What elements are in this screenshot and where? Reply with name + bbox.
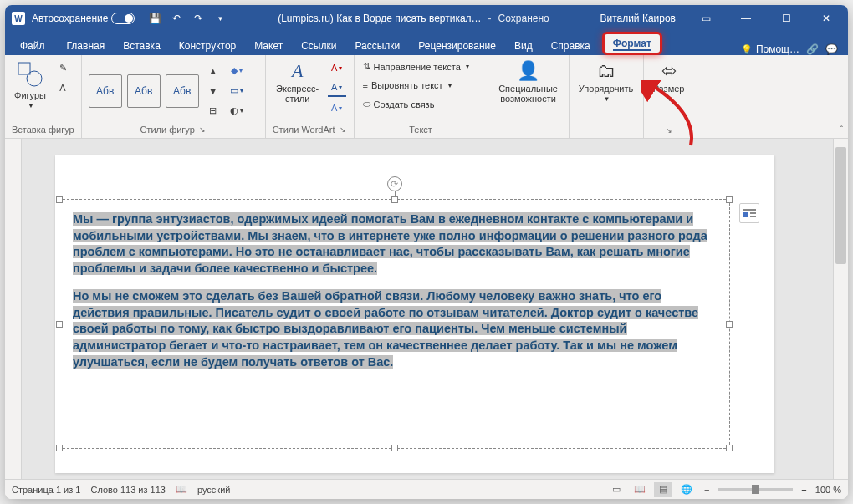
undo-icon[interactable]: ↶ [170,12,183,25]
text-fill-button[interactable]: A▾ [328,59,346,77]
comments-button[interactable]: 💬 [825,43,838,55]
size-button[interactable]: ⬄Размер▼ [651,59,687,104]
shape-style-scroll-up[interactable]: ▲ [204,62,222,80]
link-icon: ⬭ [363,99,370,109]
page-count[interactable]: Страница 1 из 1 [12,485,80,495]
text-outline-button[interactable]: A▾ [328,79,346,97]
rotate-handle-icon[interactable]: ⟳ [387,176,402,191]
shape-outline-button[interactable]: ▭▾ [227,82,246,100]
user-name[interactable]: Виталий Каиров [600,13,676,24]
zoom-out-button[interactable]: − [701,485,713,495]
svg-rect-5 [750,216,756,217]
focus-mode-button[interactable]: ▭ [607,482,626,497]
align-text-button[interactable]: ≡Выровнять текст▾ [361,78,471,93]
text-content[interactable]: Мы — группа энтузиастов, одержимых идеей… [59,200,729,394]
tab-view[interactable]: Вид [506,35,541,55]
text-effects-button[interactable]: A▾ [328,99,346,117]
resize-handle[interactable] [726,196,733,203]
shape-fill-button[interactable]: ◆▾ [227,62,246,80]
paragraph-2: Но мы не сможем это сделать без Вашей об… [73,289,698,368]
zoom-in-button[interactable]: + [798,485,810,495]
tab-references[interactable]: Ссылки [293,35,345,55]
create-link-button[interactable]: ⬭Создать связь [361,96,471,112]
scrollbar-thumb[interactable] [835,147,846,264]
toggle-switch-icon [111,13,135,24]
redo-icon[interactable]: ↷ [192,12,205,25]
vertical-ruler[interactable] [5,139,22,479]
resize-handle[interactable] [391,445,398,451]
ribbon-tabs: Файл Главная Вставка Конструктор Макет С… [5,32,848,55]
resize-handle[interactable] [56,445,63,451]
resize-handle[interactable] [726,445,733,451]
zoom-level[interactable]: 100 % [815,485,841,495]
arrange-icon: 🗂 [597,60,615,82]
shapes-icon [16,60,44,89]
accessibility-icon: 👤 [517,60,539,82]
tab-format[interactable]: Формат [602,32,662,55]
web-layout-button[interactable]: 🌐 [677,482,696,497]
align-text-icon: ≡ [363,80,368,90]
svg-rect-0 [18,63,30,74]
spell-check-icon[interactable]: 📖 [176,484,187,495]
shape-style-more[interactable]: ⊟ [204,102,222,120]
shape-style-preset-1[interactable]: Абв [89,74,122,108]
ribbon-display-icon[interactable]: ▭ [687,5,724,32]
edit-shape-button[interactable]: ✎ [54,59,72,77]
resize-handle[interactable] [56,321,63,328]
tab-file[interactable]: Файл [8,35,57,55]
chevron-down-icon: ▼ [28,102,34,109]
tab-layout[interactable]: Макет [246,35,291,55]
read-mode-button[interactable]: 📖 [631,482,649,497]
page[interactable]: ⟳ Мы — группа энтузиастов, одержимых иде… [55,155,774,473]
autosave-label: Автосохранение [32,13,108,24]
resize-handle[interactable] [726,321,733,328]
tab-review[interactable]: Рецензирование [410,35,504,55]
tab-insert[interactable]: Вставка [115,35,169,55]
quick-styles-button[interactable]: A Экспресс-стили [273,59,323,105]
zoom-slider[interactable] [718,488,793,491]
vertical-scrollbar[interactable] [833,139,848,479]
dialog-launcher-shape-styles[interactable]: ↘ [198,125,207,134]
maximize-button[interactable]: ☐ [768,5,804,32]
autosave-toggle[interactable]: Автосохранение [32,13,135,24]
language-status[interactable]: русский [197,485,230,495]
group-insert-shapes: Вставка фигур [12,123,74,135]
close-button[interactable]: ✕ [808,5,845,32]
text-direction-icon: ⇅ [363,61,370,72]
tab-design[interactable]: Конструктор [171,35,244,55]
dialog-launcher-wordart[interactable]: ↘ [339,125,347,134]
tab-mailings[interactable]: Рассылки [346,35,408,55]
dialog-launcher-size[interactable]: ↘ [665,126,673,135]
document-area: ⟳ Мы — группа энтузиастов, одержимых иде… [5,139,848,479]
draw-textbox-button[interactable]: A [54,79,72,97]
shape-effects-button[interactable]: ◐▾ [227,102,246,120]
group-wordart-styles: Стили WordArt [273,125,335,135]
layout-options-button[interactable] [739,203,759,223]
arrange-button[interactable]: 🗂Упорядочить▼ [576,59,636,104]
share-button[interactable]: 🔗 [806,43,819,55]
save-icon[interactable]: 💾 [148,12,161,25]
resize-handle[interactable] [391,196,398,203]
accessibility-button[interactable]: 👤Специальные возможности [495,59,562,105]
qat-dropdown-icon[interactable]: ▼ [213,12,227,25]
group-text: Текст [361,123,481,135]
shapes-gallery-button[interactable]: Фигуры ▼ [12,59,49,111]
status-bar: Страница 1 из 1 Слово 113 из 113 📖 русск… [5,479,848,499]
svg-point-1 [27,71,42,86]
shape-style-preset-2[interactable]: Абв [127,74,161,108]
minimize-button[interactable]: — [728,5,764,32]
shape-style-scroll-down[interactable]: ▼ [204,82,222,100]
print-layout-button[interactable]: ▤ [654,482,672,497]
tell-me-search[interactable]: 💡 Помощ… [741,43,799,55]
collapse-ribbon-icon[interactable]: ˆ [840,125,843,135]
tab-help[interactable]: Справка [543,35,599,55]
resize-handle[interactable] [56,196,63,203]
svg-rect-2 [743,209,756,211]
shape-style-preset-3[interactable]: Абв [166,74,199,108]
tab-home[interactable]: Главная [59,35,114,55]
layout-options-icon [743,207,756,219]
document-title: (Lumpics.ru) Как в Ворде писать вертикал… [278,13,481,24]
text-box[interactable]: ⟳ Мы — группа энтузиастов, одержимых иде… [59,199,730,449]
word-count[interactable]: Слово 113 из 113 [90,485,166,495]
text-direction-button[interactable]: ⇅Направление текста▾ [361,59,471,74]
